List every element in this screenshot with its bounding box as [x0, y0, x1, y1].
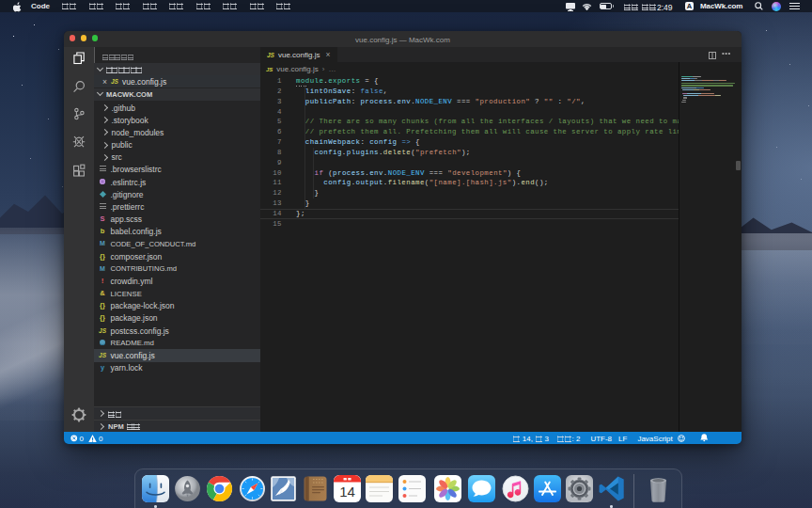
svg-text:14: 14 — [339, 484, 355, 500]
